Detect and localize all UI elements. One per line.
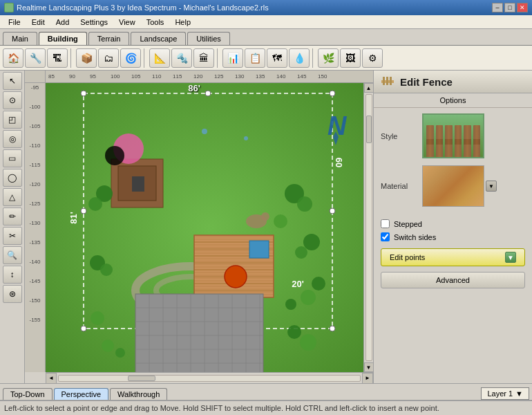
right-panel: Edit Fence Options Style	[373, 71, 532, 383]
view-tab-walkthrough[interactable]: Walkthrough	[110, 388, 167, 400]
left-tool-2[interactable]: ◰	[3, 111, 22, 129]
stepped-label[interactable]: Stepped	[394, 220, 422, 228]
view-tab-perspective[interactable]: Perspective	[54, 388, 108, 400]
tab-main[interactable]: Main	[3, 32, 37, 45]
ruler-v-mark: -135	[29, 239, 40, 246]
switch-sides-checkbox[interactable]	[381, 232, 390, 241]
fence-slats	[424, 125, 483, 157]
toolbar-tool-14[interactable]: 🖼	[340, 48, 361, 68]
toolbar-tool-15[interactable]: ⚙	[362, 48, 383, 68]
toolbar-tool-9[interactable]: 📊	[222, 48, 243, 68]
toolbar-tool-1[interactable]: 🔧	[25, 48, 46, 68]
svg-rect-35	[196, 294, 202, 308]
maximize-button[interactable]: □	[504, 3, 515, 12]
svg-rect-3	[84, 93, 332, 329]
left-tool-5[interactable]: ◯	[3, 169, 22, 187]
tab-landscape[interactable]: Landscape	[131, 32, 186, 45]
menu-item-view[interactable]: View	[113, 17, 141, 28]
ruler-v-mark: -95	[31, 84, 39, 91]
material-dropdown-button[interactable]: ▼	[486, 181, 497, 192]
style-preview[interactable]	[422, 113, 484, 158]
menu-item-add[interactable]: Add	[50, 17, 75, 28]
stepped-checkbox[interactable]	[381, 219, 390, 228]
ruler-h-mark: 100	[111, 73, 120, 80]
ruler-h-mark: 120	[193, 73, 202, 80]
ruler-v-mark: -120	[29, 181, 40, 187]
toolbar-tool-11[interactable]: 🗺	[267, 48, 287, 68]
tab-utilities[interactable]: Utilities	[187, 32, 229, 45]
toolbar-tool-5[interactable]: 🌀	[120, 48, 141, 68]
hscroll-track[interactable]	[58, 375, 361, 382]
material-preview[interactable]	[422, 165, 484, 207]
vscroll-track[interactable]	[365, 94, 372, 361]
svg-rect-34	[249, 241, 269, 258]
svg-point-57	[100, 264, 113, 276]
statusbar: Left-click to select a point or edge and…	[0, 400, 532, 415]
ruler-v-mark: -105	[29, 123, 40, 129]
switch-sides-label[interactable]: Switch sides	[394, 233, 436, 241]
hscroll-thumb[interactable]	[128, 376, 155, 381]
toolbar-tool-4[interactable]: 🗂	[98, 48, 119, 68]
left-tool-10[interactable]: ↕	[3, 266, 22, 284]
toolbar-tool-7[interactable]: 🔩	[171, 48, 192, 68]
menu-item-edit[interactable]: Edit	[26, 17, 50, 28]
menu-item-settings[interactable]: Settings	[75, 17, 113, 28]
edit-points-button[interactable]: Edit points ▼	[381, 248, 525, 266]
ruler-v-mark: -125	[29, 201, 40, 207]
toolbar-tool-8[interactable]: 🏛	[193, 48, 214, 68]
toolbar-tool-0[interactable]: 🏠	[3, 48, 23, 68]
left-tool-1[interactable]: ⊙	[3, 91, 22, 109]
left-tool-7[interactable]: ✏	[3, 208, 22, 225]
menu-item-tools[interactable]: Tools	[141, 17, 170, 28]
canvas-area[interactable]: 86' 60 81' 19' 20' N	[46, 83, 373, 372]
hscroll-right-button[interactable]: ►	[362, 373, 373, 384]
svg-point-8	[330, 208, 335, 214]
svg-point-66	[285, 299, 296, 310]
toolbar-tool-6[interactable]: 📐	[149, 48, 170, 68]
titlebar-controls[interactable]: – □ ✕	[492, 3, 528, 12]
toolbar-tool-2[interactable]: 🏗	[47, 48, 68, 68]
vertical-scrollbar[interactable]: ▲ ▼	[363, 83, 373, 372]
layer-indicator[interactable]: Layer 1 ▼	[481, 387, 529, 400]
toolbar-tool-12[interactable]: 💧	[289, 48, 310, 68]
svg-rect-2	[46, 83, 373, 372]
layer-dropdown-icon[interactable]: ▼	[515, 389, 523, 398]
left-tool-9[interactable]: 🔍	[3, 246, 22, 264]
tab-terrain[interactable]: Terrain	[88, 32, 130, 45]
left-tool-0[interactable]: ↖	[3, 72, 22, 90]
minimize-button[interactable]: –	[492, 3, 503, 12]
panel-style-row: Style	[381, 113, 525, 158]
vscroll-up-button[interactable]: ▲	[364, 83, 374, 93]
tab-building[interactable]: Building	[39, 32, 87, 45]
ruler-v-mark: -130	[29, 220, 40, 226]
edit-points-label: Edit points	[390, 253, 425, 261]
left-tool-6[interactable]: △	[3, 188, 22, 206]
horizontal-scrollbar[interactable]: ◄ ►	[46, 372, 373, 383]
vscroll-thumb[interactable]	[366, 116, 372, 143]
menu-item-help[interactable]: Help	[169, 17, 196, 28]
svg-point-69	[287, 325, 301, 339]
toolbar-tool-10[interactable]: 📋	[245, 48, 265, 68]
toolbar-tool-3[interactable]: 📦	[76, 48, 97, 68]
left-tool-8[interactable]: ✂	[3, 227, 22, 245]
close-button[interactable]: ✕	[517, 3, 528, 12]
titlebar: Realtime Landscaping Plus 3 by Idea Spec…	[0, 0, 532, 15]
ruler-h-mark: 150	[318, 73, 327, 80]
tabbar: MainBuildingTerrainLandscapeUtilities	[0, 29, 532, 46]
main-content: ↖⊙◰◎▭◯△✏✂🔍↕⊛ 859095100105110115120125130…	[0, 71, 532, 383]
left-tool-3[interactable]: ◎	[3, 130, 22, 148]
left-tool-4[interactable]: ▭	[3, 149, 22, 167]
edit-points-dropdown-arrow[interactable]: ▼	[505, 252, 516, 263]
menu-item-file[interactable]: File	[3, 17, 26, 28]
svg-marker-18	[333, 131, 339, 145]
svg-rect-78	[390, 77, 392, 85]
vscroll-down-button[interactable]: ▼	[364, 362, 374, 372]
window-title: Realtime Landscaping Plus 3 by Idea Spec…	[17, 3, 269, 12]
advanced-button[interactable]: Advanced	[381, 272, 525, 288]
svg-text:86': 86'	[188, 83, 200, 93]
hscroll-left-button[interactable]: ◄	[46, 373, 57, 384]
view-tab-top-down[interactable]: Top-Down	[3, 388, 53, 400]
toolbar-tool-13[interactable]: 🌿	[318, 48, 339, 68]
left-tool-11[interactable]: ⊛	[3, 285, 22, 303]
material-selector: ▼	[422, 165, 484, 207]
